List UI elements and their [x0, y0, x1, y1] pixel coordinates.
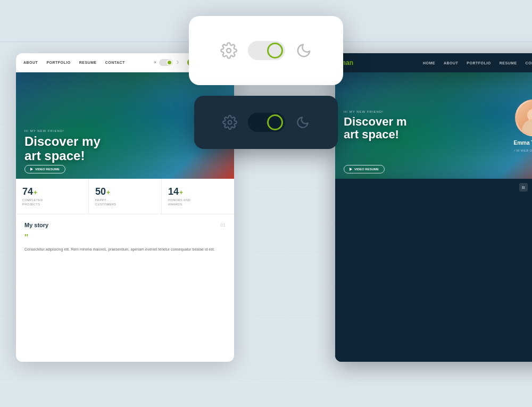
quote-icon: ": [24, 232, 226, 243]
hero-heading: Discover my art space!: [24, 135, 101, 163]
light-stats-row: 74+ COMPLETEDPROJECTS 50+ HAPPYCUSTOMERS…: [16, 179, 234, 214]
story-num: 01: [220, 222, 226, 228]
nav-about: ABOUT: [23, 61, 38, 64]
svg-point-1: [228, 121, 232, 124]
toggle-knob-light: [267, 43, 283, 59]
toggle-card-light: [189, 16, 343, 85]
dark-video-label: VIDEO RESUME: [354, 168, 379, 171]
nav-mode-toggle[interactable]: [159, 59, 173, 66]
dark-hero-label: HI MY NEW FRIEND!: [344, 110, 407, 113]
dark-hero-heading: Discover mart space!: [344, 115, 407, 141]
stat-label-1: COMPLETEDPROJECTS: [22, 198, 82, 206]
dark-nav-about: ABOUT: [444, 61, 458, 65]
stat-completed: 74+ COMPLETEDPROJECTS: [16, 179, 89, 214]
toggle-knob-dark: [267, 114, 283, 130]
avatar-body: [522, 119, 532, 135]
light-hero-text: HI MY NEW FRIEND! Discover my art space!: [24, 129, 101, 163]
stat-label-2: HAPPYCUSTOMERS: [95, 198, 155, 206]
behance-icon[interactable]: B: [519, 183, 528, 192]
dark-nav: Trueman HOME ABOUT PORTFOLIO RESUME CONT…: [335, 53, 532, 72]
stat-honors: 14+ HONORS ANDAWARDS: [162, 179, 234, 214]
stat-happy: 50+ HAPPYCUSTOMERS: [89, 179, 162, 214]
stat-num-3: 14+: [168, 186, 228, 197]
dark-hero: HI MY NEW FRIEND! Discover mart space! E…: [335, 72, 532, 179]
story-text: Consectetur adipisicing elit. Rem minima…: [24, 246, 226, 252]
video-resume-button[interactable]: VIDEO RESUME: [24, 165, 65, 173]
dark-nav-resume: RESUME: [500, 61, 517, 65]
story-title: My story 01: [24, 222, 226, 228]
dark-hero-text: HI MY NEW FRIEND! Discover mart space!: [335, 102, 415, 149]
dark-hero-content: HI MY NEW FRIEND! Discover mart space! E…: [335, 72, 532, 179]
stat-num-2: 50+: [95, 186, 155, 197]
sun-icon: ☀: [153, 60, 157, 65]
toggle-switch-dark[interactable]: [248, 113, 285, 132]
nav-portfolio: PORTFOLIO: [46, 61, 70, 64]
stat-label-3: HONORS ANDAWARDS: [168, 198, 228, 206]
social-row: B 𝕏: [335, 179, 532, 362]
mockup-dark: Trueman HOME ABOUT PORTFOLIO RESUME CONT…: [335, 53, 532, 362]
moon-icon-light: [296, 43, 312, 59]
hero-label: HI MY NEW FRIEND!: [24, 129, 101, 132]
light-story: My story 01 " Consectetur adipisicing el…: [16, 214, 234, 260]
profile-avatar: [515, 99, 532, 137]
toggle-card-dark: [194, 96, 338, 149]
gear-icon-dark: [222, 115, 237, 130]
moon-icon-dark: [296, 115, 310, 129]
dark-play-icon: [350, 168, 352, 171]
gear-icon-light: [220, 42, 237, 59]
profile-card: Emma Trueman I`M WEB DEVELOPER.: [514, 99, 532, 152]
dark-nav-portfolio: PORTFOLIO: [467, 61, 491, 65]
nav-resume: RESUME: [79, 61, 97, 64]
dark-video-btn[interactable]: VIDEO RESUME: [344, 165, 385, 173]
video-btn-label: VIDEO RESUME: [35, 168, 60, 171]
nav-toggle-knob: [167, 60, 172, 65]
dark-nav-home: HOME: [423, 61, 435, 65]
dark-nav-cont: CONT...: [526, 61, 532, 65]
svg-point-0: [227, 48, 231, 53]
moon-icon-small: ☽: [175, 60, 179, 65]
profile-title: I`M WEB DEVELOPER.: [514, 149, 532, 152]
nav-toggle-area: ☀ ☽: [153, 59, 179, 66]
stat-num-1: 74+: [22, 186, 82, 197]
nav-contact: CONTACT: [105, 61, 125, 64]
play-icon: [30, 168, 33, 171]
toggle-switch-light[interactable]: [248, 41, 285, 60]
center-overlays: [189, 16, 343, 149]
profile-name: Emma Trueman: [514, 140, 532, 146]
